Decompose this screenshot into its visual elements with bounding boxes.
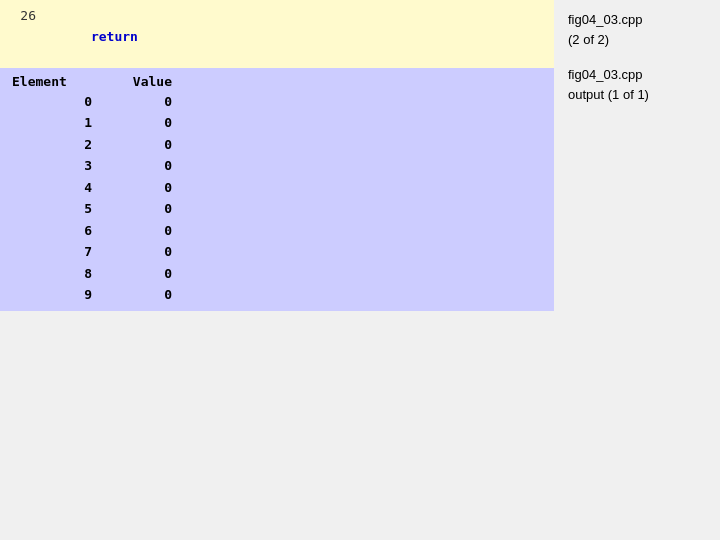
cell-value: 0 [92,91,172,112]
output-header: Element Value [8,74,546,89]
table-row: 40 [8,177,546,198]
table-row: 20 [8,134,546,155]
cell-value: 0 [92,112,172,133]
sidebar-title-line2: (2 of 2) [568,32,609,47]
cell-value: 0 [92,220,172,241]
sidebar-subtitle: fig04_03.cpp output (1 of 1) [568,65,712,104]
header-value: Value [92,74,172,89]
table-row: 50 [8,198,546,219]
cell-element: 4 [12,177,92,198]
cell-element: 2 [12,134,92,155]
cell-value: 0 [92,155,172,176]
table-row: 80 [8,263,546,284]
cell-element: 1 [12,112,92,133]
cell-value: 0 [92,284,172,305]
cell-element: 7 [12,241,92,262]
code-space [91,50,99,65]
cell-element: 5 [12,198,92,219]
sidebar-subtitle-line1: fig04_03.cpp [568,67,642,82]
sidebar-title-line1: fig04_03.cpp [568,12,642,27]
table-row: 00 [8,91,546,112]
cell-element: 3 [12,155,92,176]
output-panel: Element Value 00102030405060708090 [0,68,554,311]
cell-element: 0 [12,91,92,112]
sidebar-title: fig04_03.cpp (2 of 2) [568,10,712,49]
keyword-return: return [91,29,138,44]
header-element: Element [12,74,92,89]
output-rows: 00102030405060708090 [8,91,546,305]
cell-value: 0 [92,134,172,155]
sidebar: fig04_03.cpp (2 of 2) fig04_03.cpp outpu… [560,0,720,114]
cell-element: 9 [12,284,92,305]
cell-value: 0 [92,198,172,219]
table-row: 90 [8,284,546,305]
cell-value: 0 [92,241,172,262]
cell-element: 8 [12,263,92,284]
cell-value: 0 [92,263,172,284]
table-row: 70 [8,241,546,262]
table-row: 30 [8,155,546,176]
cell-element: 6 [12,220,92,241]
table-row: 10 [8,112,546,133]
cell-value: 0 [92,177,172,198]
table-row: 60 [8,220,546,241]
sidebar-subtitle-line2: output (1 of 1) [568,87,649,102]
